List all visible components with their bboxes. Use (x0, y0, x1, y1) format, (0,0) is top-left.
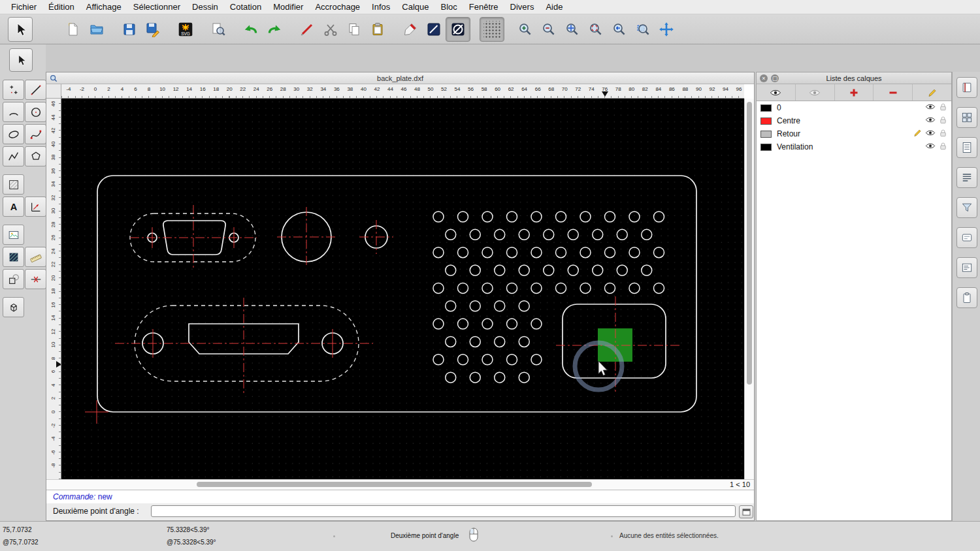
menu-affichage[interactable]: Affichage (80, 0, 127, 14)
add-layer-button[interactable] (835, 84, 874, 101)
menu-cotation[interactable]: Cotation (224, 0, 267, 14)
image-tool-button[interactable] (3, 225, 24, 245)
drawing-canvas-svg[interactable] (61, 99, 744, 479)
horizontal-scroll-thumb[interactable] (197, 482, 592, 487)
select-tool-button[interactable] (9, 48, 33, 72)
show-all-layers-button[interactable] (757, 84, 796, 101)
delete-button[interactable] (295, 18, 319, 41)
menu-divers[interactable]: Divers (504, 0, 540, 14)
document-title-bar[interactable]: back_plate.dxf (46, 72, 754, 84)
layer-lock-icon[interactable] (939, 102, 947, 113)
hruler-label: 4 (121, 86, 123, 92)
layer-lock-icon[interactable] (939, 129, 947, 139)
command-console-button[interactable] (739, 505, 753, 518)
cut-button[interactable] (319, 18, 342, 41)
vruler-label: 32 (50, 191, 57, 204)
layer-panel-float-button[interactable]: ▢ (771, 74, 779, 82)
zoom-previous-button[interactable] (608, 18, 631, 41)
hide-all-layers-button[interactable] (796, 84, 835, 101)
attributes-button[interactable] (422, 18, 446, 41)
text-tool-button[interactable]: A (3, 197, 24, 217)
dock-clipboard-button[interactable] (956, 287, 977, 308)
layer-visibility-icon[interactable] (925, 103, 936, 112)
print-preview-button[interactable] (206, 18, 230, 41)
layer-visibility-icon[interactable] (925, 129, 936, 138)
layer-visibility-icon[interactable] (925, 116, 936, 125)
layer-row-centre[interactable]: Centre (757, 114, 951, 127)
circle-tool-button[interactable] (25, 102, 46, 122)
zoom-auto-button[interactable] (561, 18, 584, 41)
construction-mode-button[interactable] (446, 17, 470, 42)
explode-tool-button[interactable] (25, 269, 46, 289)
zoom-pan-button[interactable] (655, 18, 678, 41)
undo-button[interactable] (239, 18, 263, 41)
menu-fenetre[interactable]: Fenêtre (463, 0, 504, 14)
layer-lock-icon[interactable] (939, 142, 947, 152)
vruler: 4644424038363432302826242220181614121086… (46, 99, 61, 479)
hatch-tool-button[interactable] (3, 174, 24, 195)
dock-properties-button[interactable] (956, 227, 977, 248)
spline-tool-button[interactable] (25, 124, 46, 144)
dock-layers-button[interactable] (956, 137, 977, 158)
draft-pen-button[interactable] (399, 18, 422, 41)
save-as-button[interactable] (141, 18, 165, 41)
drawing-canvas[interactable] (61, 99, 744, 479)
layer-row-0[interactable]: 0 (757, 101, 951, 114)
dimension-tool-button[interactable] (25, 197, 46, 217)
menu-selectionner[interactable]: Sélectionner (127, 0, 186, 14)
polygon-tool-button[interactable] (25, 146, 46, 166)
vruler-label: 34 (50, 178, 57, 191)
modify-tool-button[interactable] (3, 269, 24, 289)
menu-fichier[interactable]: Fichier (5, 0, 42, 14)
zoom-in-button[interactable] (514, 18, 537, 41)
edit-layer-button[interactable] (913, 84, 951, 101)
polyline-tool-button[interactable] (3, 146, 24, 166)
open-button[interactable] (85, 18, 108, 41)
layer-visibility-icon[interactable] (925, 142, 936, 151)
ruler-corner (46, 84, 61, 99)
copy-button[interactable] (342, 18, 366, 41)
fill-tool-button[interactable] (3, 247, 24, 267)
svg-export-button[interactable]: SVG (174, 18, 197, 41)
menu-modifier[interactable]: Modifier (267, 0, 309, 14)
new-document-button[interactable] (61, 18, 85, 41)
menu-dessin[interactable]: Dessin (186, 0, 224, 14)
command-input[interactable] (151, 505, 736, 517)
arc-tool-button[interactable] (3, 102, 24, 122)
select-button[interactable] (8, 17, 33, 42)
solid-tool-button[interactable] (3, 297, 24, 317)
zoom-window-button[interactable] (631, 18, 655, 41)
redo-button[interactable] (263, 18, 286, 41)
ellipse-tool-button[interactable] (3, 124, 24, 144)
dock-command-button[interactable] (956, 257, 977, 278)
dock-blocks-button[interactable] (956, 107, 977, 128)
menu-infos[interactable]: Infos (366, 0, 396, 14)
grid-toggle-button[interactable] (480, 17, 504, 42)
zoom-selection-button[interactable] (584, 18, 608, 41)
points-tool-button[interactable] (3, 80, 24, 100)
vertical-scrollbar[interactable] (744, 99, 754, 479)
save-button[interactable] (118, 18, 141, 41)
paste-button[interactable] (366, 18, 389, 41)
zoom-out-button[interactable] (537, 18, 561, 41)
menu-edition[interactable]: Édition (42, 0, 80, 14)
measure-tool-button[interactable] (25, 247, 46, 267)
horizontal-scrollbar[interactable]: 1 < 10 (46, 479, 754, 490)
menu-aide[interactable]: Aide (540, 0, 568, 14)
layer-panel-close-button[interactable]: × (760, 74, 768, 82)
layer-lock-icon[interactable] (939, 116, 947, 126)
circle-slash-icon (450, 22, 466, 37)
line-tool-button[interactable] (25, 80, 46, 100)
layer-row-retour[interactable]: Retour (757, 127, 951, 140)
hruler-label: 48 (414, 86, 420, 92)
menu-bloc[interactable]: Bloc (434, 0, 463, 14)
dock-list-button[interactable] (956, 167, 977, 188)
layer-row-ventilation[interactable]: Ventilation (757, 140, 951, 153)
funnel-icon (960, 201, 973, 214)
remove-layer-button[interactable] (874, 84, 913, 101)
menu-accrochage[interactable]: Accrochage (309, 0, 366, 14)
menu-calque[interactable]: Calque (396, 0, 434, 14)
dock-filter-button[interactable] (956, 197, 977, 218)
dock-library-button[interactable] (956, 77, 977, 98)
vertical-scroll-thumb[interactable] (747, 102, 752, 385)
